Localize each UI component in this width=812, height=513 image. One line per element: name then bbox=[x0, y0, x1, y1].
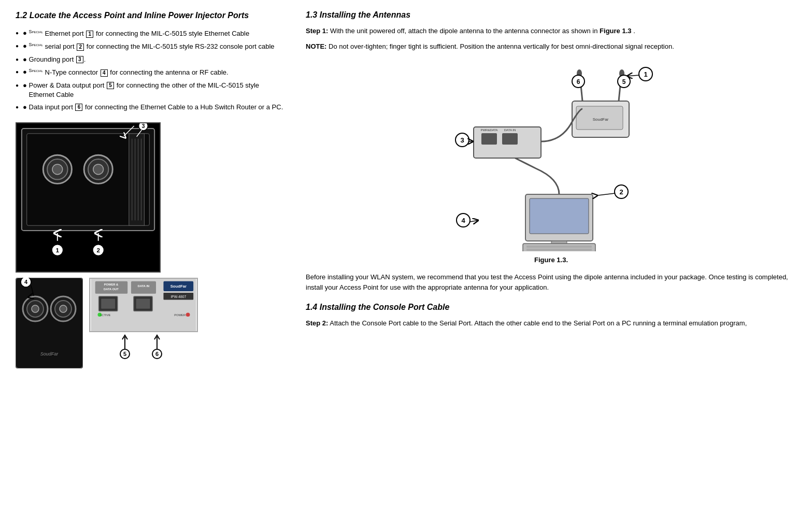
bullet-icon: ● bbox=[23, 28, 29, 38]
list-item: ● Grounding port 3. bbox=[16, 55, 285, 64]
svg-text:SoudFar: SoudFar bbox=[170, 284, 187, 289]
svg-text:2: 2 bbox=[96, 247, 100, 254]
port-num-4: 4 bbox=[101, 69, 108, 77]
svg-text:1: 1 bbox=[56, 247, 60, 254]
svg-text:IPW-4807: IPW-4807 bbox=[170, 295, 186, 298]
step1-label: Step 1: bbox=[306, 27, 328, 35]
list-item-text: Special serial port 2 for connecting the… bbox=[29, 41, 275, 52]
figure-caption: Figure 1.3. bbox=[306, 256, 796, 264]
right-column: 1.3 Installing the Antennas Step 1: With… bbox=[306, 10, 796, 503]
step2-text: Step 2: Attach the Console Port cable to… bbox=[306, 318, 796, 329]
svg-text:SoudFar: SoudFar bbox=[40, 351, 59, 357]
figure-13-svg: SoudFar 1 6 5 PWR&DATA DATA IN bbox=[443, 60, 660, 251]
svg-point-51 bbox=[186, 313, 190, 317]
svg-text:DATA OUT: DATA OUT bbox=[104, 288, 119, 291]
port-num-5: 5 bbox=[107, 82, 114, 89]
arrow-up-6 bbox=[153, 334, 161, 349]
port-num-3: 3 bbox=[76, 56, 83, 63]
bullet-list: ● Special Ethernet port 1 for connecting… bbox=[16, 28, 285, 112]
list-item-text: Grounding port 3. bbox=[29, 55, 86, 64]
svg-text:4: 4 bbox=[24, 279, 28, 285]
svg-text:3: 3 bbox=[460, 136, 464, 144]
step1-text: Step 1: With the unit powered off, attac… bbox=[306, 26, 796, 36]
note-text: NOTE: Do not over-tighten; finger tight … bbox=[306, 41, 796, 52]
figure-container: SoudFar 1 6 5 PWR&DATA DATA IN bbox=[306, 60, 796, 264]
bullet-icon: ● bbox=[23, 81, 29, 90]
step1-body: With the unit powered off, attach the di… bbox=[330, 27, 600, 35]
svg-point-4 bbox=[52, 164, 63, 175]
bullet-icon: ● bbox=[23, 41, 29, 51]
list-item: ● Data input port 6 for connecting the E… bbox=[16, 103, 285, 112]
section-13-title: 1.3 Installing the Antennas bbox=[306, 10, 796, 20]
special-label: Special bbox=[29, 68, 43, 73]
svg-point-7 bbox=[93, 164, 104, 175]
svg-text:1: 1 bbox=[644, 70, 647, 78]
port-num-6: 6 bbox=[75, 104, 82, 111]
section-14-title: 1.4 Installing the Console Port Cable bbox=[306, 303, 796, 312]
svg-text:SoudFar: SoudFar bbox=[592, 117, 608, 122]
svg-text:2: 2 bbox=[619, 188, 623, 196]
special-label: Special bbox=[29, 42, 43, 47]
svg-point-26 bbox=[32, 305, 39, 312]
body-text: Before installing your WLAN system, we r… bbox=[306, 272, 796, 292]
note-label: NOTE: bbox=[306, 42, 326, 50]
svg-text:DATA IN: DATA IN bbox=[138, 284, 149, 288]
svg-rect-71 bbox=[502, 133, 518, 145]
svg-text:POWER &: POWER & bbox=[104, 283, 119, 287]
arrow-up-5 bbox=[121, 334, 129, 349]
bullet-icon: ● bbox=[23, 103, 29, 112]
svg-rect-8 bbox=[129, 134, 145, 225]
diagram-bottom-left-svg: SoudFar 4 bbox=[16, 278, 83, 368]
svg-text:DATA IN: DATA IN bbox=[504, 129, 515, 132]
bullet-icon: ● bbox=[23, 67, 29, 77]
svg-text:5: 5 bbox=[622, 78, 625, 86]
svg-text:3: 3 bbox=[141, 123, 145, 129]
step2-label: Step 2: bbox=[306, 319, 328, 327]
svg-text:POWER: POWER bbox=[174, 314, 186, 317]
svg-rect-86 bbox=[526, 249, 592, 251]
list-item-text: Data input port 6 for connecting the Eth… bbox=[29, 103, 283, 112]
diagram-area: 1 2 3 bbox=[16, 122, 285, 368]
svg-point-50 bbox=[98, 313, 102, 317]
special-label: Special bbox=[29, 29, 43, 34]
callout-6: 6 bbox=[152, 349, 162, 359]
port-num-2: 2 bbox=[77, 44, 84, 51]
diagram-top-svg: 1 2 3 bbox=[16, 122, 161, 273]
diagram-bottom-right-svg: SoudFar IPW-4807 POWER & DATA OUT DATA I… bbox=[89, 278, 198, 332]
svg-text:6: 6 bbox=[576, 78, 580, 86]
svg-point-29 bbox=[60, 305, 67, 312]
svg-rect-70 bbox=[481, 133, 497, 145]
svg-rect-45 bbox=[101, 299, 115, 309]
page-container: 1.2 Locate the Access Point and Inline P… bbox=[0, 0, 812, 513]
list-item: ● Special serial port 2 for connecting t… bbox=[16, 41, 285, 52]
list-item: ● Special N-Type connector 4 for connect… bbox=[16, 67, 285, 78]
svg-text:PWR&DATA: PWR&DATA bbox=[480, 129, 497, 132]
step1-fig-ref: Figure 1.3 bbox=[600, 27, 631, 35]
note-body: Do not over-tighten; finger tight is suf… bbox=[329, 42, 674, 50]
list-item-text: Special N-Type connector 4 for connectin… bbox=[29, 67, 229, 78]
section-12-title: 1.2 Locate the Access Point and Inline P… bbox=[16, 10, 285, 21]
list-item: ● Power & Data output port 5 for connect… bbox=[16, 81, 285, 99]
svg-rect-47 bbox=[136, 299, 150, 309]
step1-end: . bbox=[633, 27, 635, 35]
list-item: ● Special Ethernet port 1 for connecting… bbox=[16, 28, 285, 39]
list-item-text: Special Ethernet port 1 for connecting t… bbox=[29, 28, 250, 39]
svg-rect-85 bbox=[526, 246, 592, 248]
bullet-icon: ● bbox=[23, 55, 29, 64]
list-item-text: Power & Data output port 5 for connectin… bbox=[29, 81, 285, 99]
svg-rect-81 bbox=[530, 198, 589, 234]
callout-5: 5 bbox=[120, 349, 130, 359]
svg-text:4: 4 bbox=[461, 217, 465, 224]
step2-body: Attach the Console Port cable to the Ser… bbox=[330, 319, 747, 327]
left-column: 1.2 Locate the Access Point and Inline P… bbox=[16, 10, 285, 503]
port-num-1: 1 bbox=[86, 31, 93, 38]
